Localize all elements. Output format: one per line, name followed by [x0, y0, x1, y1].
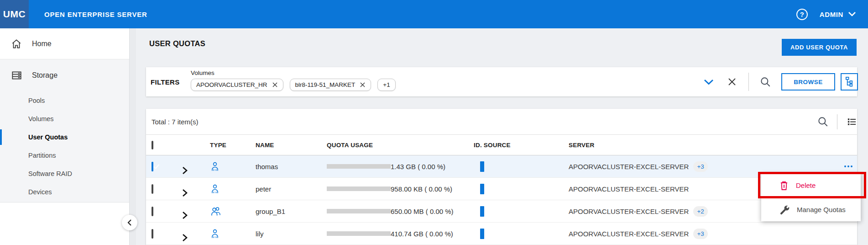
col-header-usage: QUOTA USAGE — [327, 142, 474, 149]
sidebar-item-partitions[interactable]: Partitions — [0, 146, 129, 165]
chip-label: blr8-119-51_MARKET — [295, 81, 356, 88]
filters-expand-icon[interactable] — [704, 79, 714, 85]
user-icon — [210, 183, 256, 194]
col-header-server: SERVER — [569, 142, 840, 149]
tree-view-button[interactable] — [841, 73, 858, 91]
sidebar-item-storage[interactable]: Storage — [0, 59, 129, 91]
server-more-badge[interactable]: +2 — [693, 206, 707, 217]
divider — [837, 114, 837, 129]
page-title: USER QUOTAS — [149, 39, 205, 48]
id-source-icon — [480, 161, 484, 172]
filter-chips: APOORVACLUSTER_HR blr8-119-51_MARKET +1 — [191, 79, 396, 91]
user-quotas-table: Total : 7 item(s) TYPE NAME QUOTA USAGE … — [146, 109, 857, 245]
quota-name: lily — [256, 230, 327, 238]
quota-usage-text: 650.00 MB ( 0.00 %) — [391, 208, 454, 215]
menu-item-label: Delete — [796, 181, 816, 189]
col-header-type: TYPE — [210, 142, 256, 149]
context-menu-delete[interactable]: Delete — [761, 173, 861, 197]
server-name: APOORVACLUSTER-EXCEL-SERVER — [569, 208, 689, 215]
chip-label: APOORVACLUSTER_HR — [196, 81, 267, 88]
chip-label: +1 — [383, 81, 390, 88]
user-icon — [210, 161, 256, 172]
quota-name: peter — [256, 185, 327, 193]
trash-icon — [779, 181, 789, 191]
row-checkbox[interactable] — [152, 184, 153, 194]
sidebar-item-pools[interactable]: Pools — [0, 91, 129, 110]
quota-name: group_B1 — [256, 208, 327, 215]
sidebar: Home Storage Pools Volumes User Quotas P… — [0, 28, 129, 245]
help-icon[interactable]: ? — [796, 9, 808, 20]
add-user-quota-button[interactable]: ADD USER QUOTA — [782, 39, 857, 56]
user-icon — [210, 228, 256, 239]
total-count: Total : 7 item(s) — [152, 118, 199, 126]
expand-row-icon[interactable] — [180, 188, 210, 197]
list-view-icon[interactable] — [846, 117, 858, 127]
row-checkbox[interactable] — [152, 229, 153, 239]
id-source-icon — [480, 206, 484, 217]
top-bar: UMC OPEN ENTERPRISE SERVER ? ADMIN — [0, 0, 868, 28]
server-more-badge[interactable]: +3 — [693, 161, 707, 172]
context-menu-manage-quotas[interactable]: Manage Quotas — [761, 197, 861, 221]
server-name: APOORVACLUSTER-EXCEL-SERVER — [569, 185, 689, 193]
row-context-menu: Delete Manage Quotas — [761, 173, 861, 221]
admin-menu[interactable]: ADMIN — [820, 11, 856, 18]
col-header-source: ID. SOURCE — [474, 142, 569, 149]
server-name: APOORVACLUSTER-EXCEL-SERVER — [569, 230, 689, 238]
table-row[interactable]: group_B1 650.00 MB ( 0.00 %) APOORVACLUS… — [146, 200, 857, 223]
expand-row-icon[interactable] — [180, 211, 210, 220]
filters-panel: FILTERS Volumes APOORVACLUSTER_HR blr8-1… — [146, 67, 857, 96]
table-toolbar: Total : 7 item(s) — [146, 109, 857, 135]
id-source-icon — [480, 229, 484, 239]
table-row[interactable]: peter 958.00 KB ( 0.00 %) APOORVACLUSTER… — [146, 178, 857, 200]
server-more-badge[interactable]: +3 — [693, 229, 707, 239]
menu-item-label: Manage Quotas — [797, 206, 846, 213]
sidebar-collapse-button[interactable] — [122, 215, 137, 230]
row-actions-menu-icon[interactable] — [840, 165, 857, 167]
filter-chip[interactable]: APOORVACLUSTER_HR — [191, 79, 283, 91]
chip-remove-icon[interactable] — [272, 82, 278, 88]
row-checkbox[interactable] — [152, 162, 153, 171]
quota-usage-bar — [327, 164, 391, 169]
browse-button[interactable]: BROWSE — [781, 73, 835, 91]
sidebar-group-storage: Storage Pools Volumes User Quotas Partit… — [0, 59, 129, 202]
sidebar-item-label: User Quotas — [28, 133, 68, 141]
chip-remove-icon[interactable] — [360, 82, 366, 88]
group-icon — [210, 206, 256, 217]
quota-usage-text: 410.74 GB ( 0.00 %) — [391, 230, 453, 238]
tree-icon — [844, 76, 855, 88]
id-source-icon — [480, 184, 484, 194]
sidebar-item-label: Home — [32, 40, 52, 48]
filter-search-icon[interactable] — [759, 76, 771, 88]
sidebar-item-label: Partitions — [28, 152, 56, 159]
sidebar-item-software-raid[interactable]: Software RAID — [0, 165, 129, 183]
divider — [748, 73, 749, 91]
app-title: OPEN ENTERPRISE SERVER — [44, 11, 147, 18]
expand-row-icon[interactable] — [180, 166, 210, 175]
filter-chip[interactable]: blr8-119-51_MARKET — [290, 79, 371, 91]
umc-logo: UMC — [0, 0, 29, 28]
quota-usage-bar — [327, 186, 391, 191]
filter-field-label: Volumes — [191, 69, 214, 76]
quota-usage-bar — [327, 209, 391, 213]
sidebar-item-devices[interactable]: Devices — [0, 183, 129, 201]
quota-usage-bar — [327, 231, 391, 236]
table-row[interactable]: thomas 1.43 GB ( 0.00 %) APOORVACLUSTER-… — [146, 155, 857, 178]
table-search-icon[interactable] — [817, 116, 829, 128]
table-row[interactable]: lily 410.74 GB ( 0.00 %) APOORVACLUSTER-… — [146, 223, 857, 245]
sidebar-item-home[interactable]: Home — [0, 28, 129, 59]
expand-row-icon[interactable] — [180, 233, 210, 242]
row-checkbox[interactable] — [152, 207, 153, 216]
filters-clear-icon[interactable] — [727, 77, 737, 86]
home-icon — [10, 38, 22, 50]
wrench-icon — [779, 205, 790, 215]
sidebar-item-label: Software RAID — [28, 170, 72, 177]
filters-label: FILTERS — [151, 78, 179, 86]
quota-usage-text: 958.00 KB ( 0.00 %) — [391, 185, 452, 193]
admin-label: ADMIN — [820, 11, 843, 18]
filter-chip-overflow[interactable]: +1 — [377, 79, 395, 91]
sidebar-item-label: Volumes — [28, 115, 54, 122]
select-all-checkbox[interactable] — [152, 141, 153, 149]
table-header-row: TYPE NAME QUOTA USAGE ID. SOURCE SERVER — [146, 135, 857, 155]
sidebar-item-user-quotas[interactable]: User Quotas — [0, 128, 129, 146]
sidebar-item-volumes[interactable]: Volumes — [0, 110, 129, 128]
